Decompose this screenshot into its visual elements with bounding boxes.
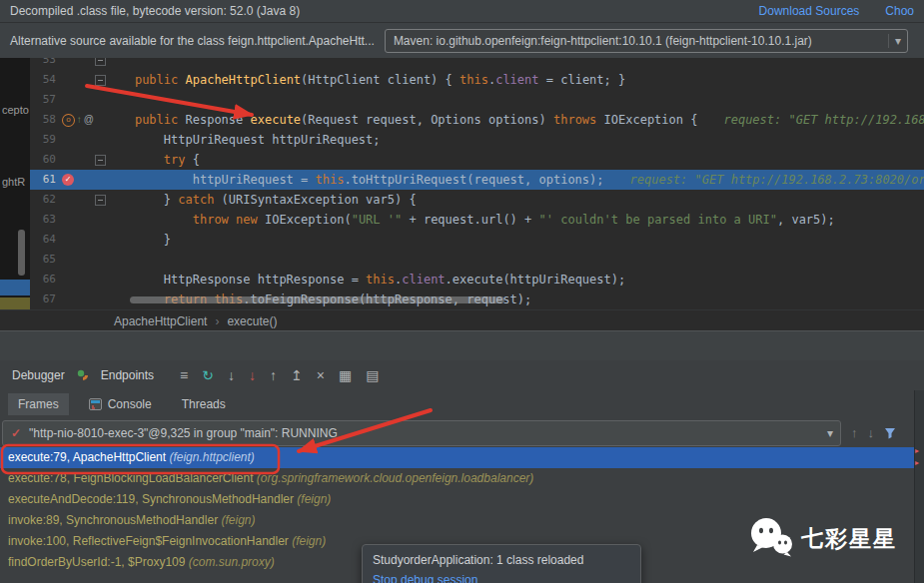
- tab-debugger[interactable]: Debugger: [8, 366, 69, 384]
- code-line-66[interactable]: 66 HttpResponse httpResponse = this.clie…: [30, 270, 924, 290]
- code-lines: 5354 public ApacheHttpClient(HttpClient …: [30, 58, 924, 309]
- code-line-61[interactable]: 61✓ httpUriRequest = this.toHttpUriReque…: [30, 170, 924, 190]
- reload-notification-popup: StudyorderApplication: 1 class reloaded …: [362, 544, 641, 583]
- drop-frame-icon[interactable]: ×: [317, 368, 325, 382]
- tab-console[interactable]: Console: [89, 397, 152, 411]
- code-text: public Response execute(Request request,…: [106, 110, 924, 130]
- line-number: 54: [30, 70, 60, 90]
- splitter-strip[interactable]: [0, 330, 924, 361]
- code-line-62[interactable]: 62 } catch (URISyntaxException var5) {: [30, 190, 924, 210]
- step-into-icon[interactable]: ↓: [228, 368, 235, 382]
- maven-source-selector-value: Maven: io.github.openfeign:feign-httpcli…: [394, 34, 888, 48]
- endpoints-icon: [77, 369, 89, 381]
- partial-frame-row[interactable]: [8, 579, 278, 583]
- scrollbar-thumb[interactable]: [18, 230, 25, 276]
- code-line-58[interactable]: 58o↑@ public Response execute(Request re…: [30, 110, 924, 130]
- frame-row[interactable]: executeAndDecode:119, SynchronousMethodH…: [0, 489, 924, 510]
- code-line-53[interactable]: 53: [30, 58, 924, 70]
- ide-window: Decompiled .class file, bytecode version…: [0, 0, 924, 583]
- frame-location: execute:79, ApacheHttpClient: [8, 450, 169, 464]
- tab-console-label: Console: [108, 397, 152, 411]
- debugger-inline-hint: request: "GET http://192.168.2.73:: [723, 113, 924, 127]
- thread-selector[interactable]: ✓ "http-nio-8010-exec-3"@9,325 in group …: [2, 420, 841, 446]
- decompiled-banner-text: Decompiled .class file, bytecode version…: [10, 4, 300, 18]
- tab-endpoints[interactable]: Endpoints: [97, 366, 158, 384]
- line-number: 63: [30, 210, 60, 230]
- gutter-icons: ✓: [60, 174, 94, 186]
- view-breakpoints-icon[interactable]: ▦: [339, 368, 352, 382]
- alternative-source-text: Alternative source available for the cla…: [10, 34, 375, 48]
- line-number: 67: [30, 290, 60, 309]
- download-sources-link[interactable]: Download Sources: [759, 4, 860, 18]
- line-number: 60: [30, 150, 60, 170]
- frame-package: (feign.httpclient): [169, 450, 254, 464]
- code-line-63[interactable]: 63 throw new IOException("URL '" + reque…: [30, 210, 924, 230]
- line-number: 65: [30, 250, 60, 270]
- tab-threads[interactable]: Threads: [172, 393, 236, 415]
- horizontal-scrollbar[interactable]: [130, 296, 504, 303]
- breadcrumb-method[interactable]: execute(): [227, 314, 277, 328]
- code-line-64[interactable]: 64 }: [30, 230, 924, 250]
- watermark: 七彩星星: [749, 516, 897, 561]
- debugger-inline-hint: request: "GET http://192.168.2.73:8020/o…: [630, 173, 924, 187]
- code-editor[interactable]: 5354 public ApacheHttpClient(HttpClient …: [0, 58, 924, 309]
- reload-notification-text: StudyorderApplication: 1 class reloaded: [373, 553, 630, 567]
- implements-arrow-icon[interactable]: ↑: [77, 110, 82, 130]
- breakpoint-icon[interactable]: ✓: [62, 174, 74, 186]
- stack-marker-icon: ▸: [915, 458, 919, 467]
- force-step-into-icon[interactable]: ↓: [249, 368, 256, 382]
- fold-icon[interactable]: [95, 58, 106, 66]
- code-text: try {: [106, 150, 924, 170]
- code-line-54[interactable]: 54 public ApacheHttpClient(HttpClient cl…: [30, 70, 924, 90]
- frame-package: (feign): [221, 513, 255, 527]
- frame-package: (org.springframework.cloud.openfeign.loa…: [257, 471, 534, 485]
- fold-icon[interactable]: [95, 155, 106, 166]
- frame-location: invoke:100, ReflectiveFeign$FeignInvocat…: [8, 534, 292, 548]
- code-text: HttpUriRequest httpUriRequest;: [106, 130, 924, 150]
- fold-icon[interactable]: [95, 195, 106, 206]
- code-line-57[interactable]: 57: [30, 90, 924, 110]
- line-number: 53: [30, 58, 60, 70]
- prev-frame-icon[interactable]: ↑: [851, 425, 858, 440]
- rerun-icon[interactable]: ↻: [202, 368, 214, 382]
- frame-row[interactable]: execute:79, ApacheHttpClient (feign.http…: [0, 447, 924, 468]
- fold-column: [94, 58, 106, 66]
- line-number: 57: [30, 90, 60, 110]
- hamburger-menu-icon[interactable]: ≡: [180, 368, 188, 382]
- decompiled-banner: Decompiled .class file, bytecode version…: [0, 0, 924, 23]
- layout-settings-icon[interactable]: ▤: [366, 368, 379, 382]
- code-text: public ApacheHttpClient(HttpClient clien…: [106, 70, 924, 90]
- breadcrumb-class[interactable]: ApacheHttpClient: [114, 314, 207, 328]
- code-line-60[interactable]: 60 try {: [30, 150, 924, 170]
- wechat-logo-icon: [749, 516, 793, 561]
- right-edge-strip: ▸ ▸: [914, 390, 924, 583]
- frame-row[interactable]: execute:78, FeignBlockingLoadBalancerCli…: [0, 468, 924, 489]
- maven-source-selector[interactable]: Maven: io.github.openfeign:feign-httpcli…: [385, 29, 908, 53]
- run-to-cursor-icon[interactable]: ↥: [291, 368, 303, 382]
- choose-sources-link[interactable]: Choo: [885, 4, 914, 18]
- frame-location: invoke:89, SynchronousMethodHandler: [8, 513, 221, 527]
- code-text: httpUriRequest = this.toHttpUriRequest(r…: [106, 170, 924, 190]
- breadcrumb: ApacheHttpClient › execute(): [0, 309, 924, 331]
- line-number: 66: [30, 270, 60, 290]
- chevron-down-icon[interactable]: ▾: [820, 426, 840, 440]
- code-line-65[interactable]: 65: [30, 250, 924, 270]
- tab-frames[interactable]: Frames: [8, 393, 69, 415]
- left-strip-fragment: cepto: [2, 104, 29, 116]
- step-out-icon[interactable]: ↑: [270, 368, 277, 382]
- stop-debug-session-link[interactable]: Stop debug session: [373, 573, 630, 583]
- next-frame-icon[interactable]: ↓: [868, 425, 875, 440]
- line-number: 61: [30, 170, 60, 190]
- chevron-down-icon[interactable]: ▾: [888, 34, 907, 48]
- override-marker-icon[interactable]: o: [62, 114, 75, 127]
- thread-check-icon: ✓: [11, 426, 21, 440]
- fold-icon[interactable]: [95, 75, 106, 86]
- code-line-59[interactable]: 59 HttpUriRequest httpUriRequest;: [30, 130, 924, 150]
- fold-column: [94, 155, 106, 166]
- filter-icon[interactable]: [884, 427, 896, 439]
- code-text: }: [106, 230, 924, 250]
- annotation-marker-icon: @: [84, 110, 94, 130]
- debug-view-tabs: Frames Console Threads: [0, 390, 924, 418]
- debug-toolwindow-header: Debugger Endpoints ≡↻↓↓↑↥×▦▤: [0, 360, 924, 391]
- code-text: } catch (URISyntaxException var5) {: [106, 190, 924, 210]
